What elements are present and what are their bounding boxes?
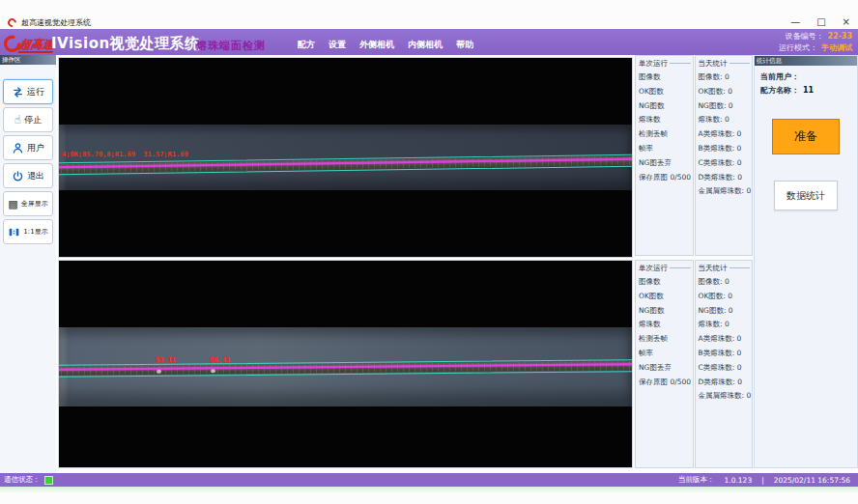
maximize-icon[interactable]: □ [816,17,825,27]
os-titlebar: 超高速视觉处理系统 — □ × [0,15,858,29]
stat-row: 保存原图 0/500 [639,171,693,185]
status-datetime: 2025/02/11 16:57:56 [774,476,850,485]
stat-row: 帧率 [639,142,693,156]
stat-row: NG图数: 0 [699,304,753,319]
outer-stats-panel: 单次运行 图像数OK图数NG图数熔珠数检测丢帧帧率NG图丢弃保存原图 0/500… [635,55,753,256]
version-label: 当前版本： [678,475,715,485]
daily-stats-rows: 图像数: 0OK图数: 0NG图数: 0熔珠数: 0A类熔珠数: 0B类熔珠数:… [699,70,753,199]
daily-stats-column: 当天统计 图像数: 0OK图数: 0NG图数: 0熔珠数: 0A类熔珠数: 0B… [695,55,754,256]
ready-button[interactable]: 准备 [772,119,840,154]
stat-row: 检测丢帧 [639,127,693,142]
data-statistics-button[interactable]: 数据统计 [774,181,838,210]
stat-row: OK图数 [639,85,693,99]
daily-stats-title: 当天统计 [699,263,753,273]
stat-row: 图像数: 0 [699,70,753,85]
stat-row: C类熔珠数: 0 [699,361,753,376]
stat-row: 保存原图 0/500 [639,376,693,390]
menu-item[interactable]: 内侧相机 [408,39,443,51]
exit-button-label: 退出 [27,170,44,182]
current-user-label: 当前用户： [760,72,799,81]
one-to-one-button-label: 1:1显示 [23,227,47,237]
stat-row: 金属屑熔珠数: 0 [699,389,753,404]
run-mode-label: 运行模式： [779,42,817,54]
stat-row: D类熔珠数: 0 [699,171,753,185]
power-icon [12,170,24,182]
bead-blob [211,369,215,373]
stat-row: OK图数: 0 [699,290,753,304]
run-mode-value: 手动调试 [821,42,852,54]
statistics-info-panel: 统计信息 当前用户： 配方名称：11 准备 数据统计 [754,55,858,468]
version-separator: | [761,476,764,485]
stat-row: OK图数 [639,290,693,304]
app-logo-icon [6,16,18,29]
minimize-icon[interactable]: — [790,17,800,27]
fullscreen-button[interactable]: ▩ 全屏显示 [3,191,53,216]
stat-row: NG图数 [639,304,693,319]
comm-status-indicator [44,476,53,485]
sidebar-buttons: 运行 ☝ 停止 用户 [0,65,56,244]
run-mode-row: 运行模式： 手动调试 [779,42,852,54]
stat-row: A类熔珠数: 0 [699,127,753,142]
operation-sidebar: 操作区 运行 ☝ 停止 [0,55,56,473]
one-to-one-icon [8,226,20,238]
app-header: 超高速 IVision视觉处理系统 熔珠端面检测 配方设置外侧相机内侧相机帮助 … [0,29,858,55]
version-value: 1.0.123 [725,476,753,485]
bead-blob [157,370,161,374]
close-icon[interactable]: × [843,17,850,27]
stat-row: 图像数 [639,275,693,290]
run-button[interactable]: 运行 [3,79,53,104]
exit-button[interactable]: 退出 [3,163,53,188]
stat-row: 检测丢帧 [639,332,693,347]
stop-button[interactable]: ☝ 停止 [3,107,53,132]
device-info: 设备编号： 22-33 运行模式： 手动调试 [779,31,852,54]
brand-logo-text: 超高速 [18,38,56,53]
version-info: 当前版本： 1.0.123 | 2025/02/11 16:57:56 [678,475,850,485]
stat-row: A类熔珠数: 0 [699,332,753,347]
stat-row: 金属屑熔珠数: 0 [699,184,753,199]
recipe-label: 配方名称： [760,86,799,95]
daily-stats-title: 当天统计 [699,58,753,69]
info-panel-body: 当前用户： 配方名称：11 准备 数据统计 [755,66,857,215]
qr-grid-icon: ▩ [8,199,17,210]
stat-row: NG图丢弃 [639,156,693,171]
inner-stats-panel: 单次运行 图像数OK图数NG图数熔珠数检测丢帧帧率NG图丢弃保存原图 0/500… [635,260,753,468]
stat-row: D类熔珠数: 0 [699,376,753,390]
stat-row: 图像数 [639,70,693,85]
menu-item[interactable]: 配方 [298,39,315,51]
stat-row: 熔珠数: 0 [699,113,753,127]
info-panel-title: 统计信息 [755,56,857,66]
stat-row: OK图数: 0 [699,85,753,99]
daily-stats-column: 当天统计 图像数: 0OK图数: 0NG图数: 0熔珠数: 0A类熔珠数: 0B… [695,260,754,468]
sync-arrows-icon [12,86,24,98]
main-menu: 配方设置外侧相机内侧相机帮助 [298,39,473,51]
stat-row: 帧率 [639,347,693,361]
daily-stats-rows: 图像数: 0OK图数: 0NG图数: 0熔珠数: 0A类熔珠数: 0B类熔珠数:… [699,275,753,404]
user-button[interactable]: 用户 [3,135,53,160]
user-button-label: 用户 [27,142,44,154]
single-run-rows: 图像数OK图数NG图数熔珠数检测丢帧帧率NG图丢弃保存原图 0/500 [639,275,693,389]
single-run-column: 单次运行 图像数OK图数NG图数熔珠数检测丢帧帧率NG图丢弃保存原图 0/500 [635,260,694,468]
page-subtitle: 熔珠端面检测 [196,39,266,53]
menu-item[interactable]: 帮助 [456,39,473,51]
measurement-annotation: 53.11 [156,356,176,364]
stat-row: B类熔珠数: 0 [699,347,753,361]
single-run-column: 单次运行 图像数OK图数NG图数熔珠数检测丢帧帧率NG图丢弃保存原图 0/500 [635,55,694,256]
inner-camera-view: 53.11 56.43 [58,260,633,468]
stat-row: 熔珠数 [639,318,693,332]
device-number-row: 设备编号： 22-33 [779,31,852,42]
recipe-value: 11 [803,86,814,95]
comm-status-label: 通信状态： [4,475,41,485]
desktop-edge [0,487,858,494]
one-to-one-button[interactable]: 1:1显示 [3,219,53,244]
hand-icon: ☝ [14,114,21,126]
brand-logo: 超高速 [3,31,54,53]
menu-item[interactable]: 外侧相机 [359,39,394,51]
stop-button-label: 停止 [24,114,42,126]
device-number-value: 22-33 [827,31,852,42]
measurement-annotation: 4;OK;85.70,8;R1.69 31.57;R1.69 [62,151,188,158]
single-run-title: 单次运行 [639,58,693,69]
outer-camera-view: 4;OK;85.70,8;R1.69 31.57;R1.69 [58,57,633,258]
menu-item[interactable]: 设置 [329,39,346,51]
stat-row: NG图丢弃 [639,361,693,376]
status-bar: 通信状态： 当前版本： 1.0.123 | 2025/02/11 16:57:5… [0,473,858,487]
